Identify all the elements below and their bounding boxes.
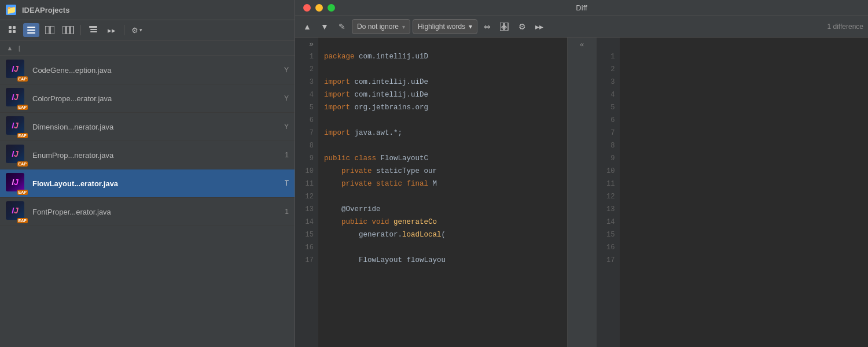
svg-rect-11 bbox=[71, 26, 73, 34]
svg-rect-8 bbox=[50, 26, 54, 34]
settings-gear-button[interactable]: ⚙ ▾ bbox=[128, 23, 145, 37]
diff-title-bar: Diff bbox=[295, 0, 868, 16]
sort-arrow-button[interactable]: ▲ bbox=[5, 43, 15, 53]
file-icon: IJ EAP bbox=[6, 173, 27, 194]
file-badge: T bbox=[285, 179, 289, 187]
file-item[interactable]: IJ EAP Dimension...nerator.java Y bbox=[0, 113, 295, 141]
diff-settings-button[interactable]: ⚙ bbox=[514, 20, 529, 34]
diff-more-button[interactable]: ▸▸ bbox=[532, 20, 547, 34]
file-badge: Y bbox=[284, 66, 289, 74]
file-list-header: ▲ [ bbox=[0, 40, 295, 56]
svg-rect-12 bbox=[89, 26, 97, 28]
toolbar-separator-2 bbox=[124, 25, 124, 35]
ignore-whitespace-label: Do not ignore bbox=[357, 23, 399, 31]
svg-rect-9 bbox=[62, 26, 65, 34]
collapse-left-icon[interactable]: « bbox=[580, 40, 584, 49]
file-badge: Y bbox=[284, 123, 289, 131]
svg-rect-1 bbox=[13, 26, 16, 29]
file-item[interactable]: IJ EAP FontProper...erator.java 1 bbox=[0, 198, 295, 226]
diff-toolbar: ▲ ▼ ✎ Do not ignore ▾ Highlight words ▾ … bbox=[295, 16, 868, 38]
diff-title: Diff bbox=[576, 3, 587, 12]
file-list: IJ EAP CodeGene...eption.java Y IJ EAP C… bbox=[0, 56, 295, 347]
diff-panel: Diff ▲ ▼ ✎ Do not ignore ▾ Highlight wor… bbox=[295, 0, 868, 347]
file-name: Dimension...nerator.java bbox=[32, 123, 279, 131]
traffic-light-red[interactable] bbox=[303, 4, 311, 12]
left-code-lines: package com.intellij.uiD import com.inte… bbox=[318, 38, 567, 347]
svg-rect-4 bbox=[27, 27, 35, 28]
file-icon: IJ EAP bbox=[6, 88, 27, 109]
file-name: ColorPrope...erator.java bbox=[32, 94, 279, 103]
file-item[interactable]: IJ EAP ColorPrope...erator.java Y bbox=[0, 84, 295, 113]
right-line-numbers: 1 2 3 4 5 6 7 8 9 10 11 12 13 14 15 16 1 bbox=[597, 38, 620, 347]
right-code-lines bbox=[620, 38, 869, 347]
diff-right-code: 1 2 3 4 5 6 7 8 9 10 11 12 13 14 15 16 1 bbox=[597, 38, 869, 347]
svg-rect-7 bbox=[45, 26, 49, 34]
view-chevron-button[interactable]: ▸▸ bbox=[104, 23, 120, 37]
svg-rect-5 bbox=[27, 29, 35, 31]
highlight-mode-dropdown[interactable]: Highlight words ▾ bbox=[413, 19, 477, 34]
svg-rect-10 bbox=[67, 26, 69, 34]
left-toolbar: ▸▸ ⚙ ▾ bbox=[0, 20, 295, 40]
file-item[interactable]: IJ EAP CodeGene...eption.java Y bbox=[0, 56, 295, 84]
file-name: CodeGene...eption.java bbox=[32, 66, 279, 75]
folder-icon bbox=[6, 5, 16, 15]
diff-content: » 1 2 3 4 5 6 7 8 9 10 11 12 13 14 15 16 bbox=[295, 38, 868, 347]
file-list-col-label: [ bbox=[19, 45, 20, 51]
ignore-chevron-icon: ▾ bbox=[402, 24, 405, 30]
view-compact-button[interactable] bbox=[42, 23, 58, 37]
diff-next-button[interactable]: ▼ bbox=[317, 20, 332, 34]
diff-sidebyside-button[interactable] bbox=[497, 20, 512, 34]
file-icon: IJ EAP bbox=[6, 201, 27, 222]
file-name: FlowLayout...erator.java bbox=[32, 179, 280, 188]
traffic-lights bbox=[303, 4, 335, 12]
file-badge: 1 bbox=[285, 208, 289, 216]
diff-count-label: 1 difference bbox=[827, 23, 864, 31]
file-name: EnumProp...nerator.java bbox=[32, 151, 280, 160]
ignore-whitespace-dropdown[interactable]: Do not ignore ▾ bbox=[352, 19, 410, 34]
svg-rect-6 bbox=[27, 32, 35, 34]
svg-rect-14 bbox=[90, 31, 97, 32]
svg-rect-2 bbox=[9, 30, 12, 33]
file-icon: IJ EAP bbox=[6, 145, 27, 165]
file-badge: 1 bbox=[285, 151, 289, 159]
view-grid-button[interactable] bbox=[5, 23, 21, 37]
diff-prev-button[interactable]: ▲ bbox=[300, 20, 315, 34]
file-icon: IJ EAP bbox=[6, 60, 27, 80]
left-line-numbers: » 1 2 3 4 5 6 7 8 9 10 11 12 13 14 15 16 bbox=[295, 38, 318, 347]
svg-rect-0 bbox=[9, 26, 12, 29]
diff-collapse-button[interactable]: ⇔ bbox=[480, 20, 495, 34]
file-item[interactable]: IJ EAP EnumProp...nerator.java 1 bbox=[0, 141, 295, 169]
highlight-mode-label: Highlight words bbox=[418, 23, 465, 31]
view-grouped-button[interactable] bbox=[85, 23, 101, 37]
project-title: IDEAProjects bbox=[22, 6, 289, 14]
file-item-selected[interactable]: IJ EAP FlowLayout...erator.java T bbox=[0, 169, 295, 198]
file-icon: IJ EAP bbox=[6, 116, 27, 137]
view-list-button[interactable] bbox=[23, 23, 39, 37]
file-name: FontProper...erator.java bbox=[32, 208, 280, 216]
view-split-button[interactable] bbox=[60, 23, 76, 37]
highlight-chevron-icon: ▾ bbox=[469, 23, 472, 31]
diff-left-code: » 1 2 3 4 5 6 7 8 9 10 11 12 13 14 15 16 bbox=[295, 38, 568, 347]
diff-edit-button[interactable]: ✎ bbox=[334, 20, 350, 34]
traffic-light-green[interactable] bbox=[328, 4, 335, 12]
svg-rect-3 bbox=[13, 30, 16, 33]
file-badge: Y bbox=[284, 94, 289, 102]
left-panel-header: IDEAProjects bbox=[0, 0, 295, 20]
diff-middle-panel: « bbox=[568, 38, 597, 347]
traffic-light-yellow[interactable] bbox=[315, 4, 323, 12]
left-panel: IDEAProjects bbox=[0, 0, 295, 347]
toolbar-separator-1 bbox=[80, 25, 81, 35]
svg-rect-13 bbox=[90, 29, 97, 30]
expand-left-icon[interactable]: » bbox=[295, 38, 318, 50]
